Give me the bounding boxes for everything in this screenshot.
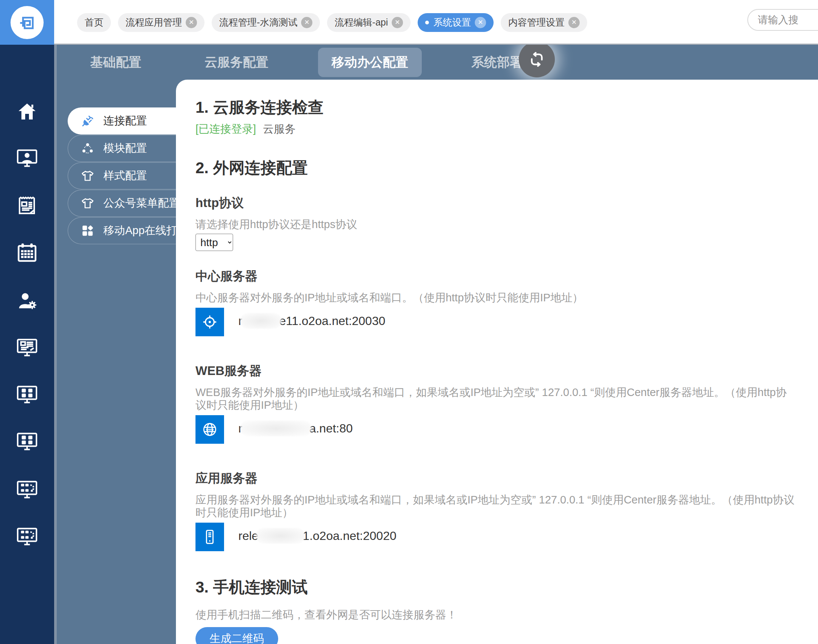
search-input[interactable] <box>747 9 818 31</box>
config-tabbar: 基础配置 云服务配置 移动办公配置 系统部署 <box>77 45 536 80</box>
monitor-person-icon[interactable] <box>16 147 38 169</box>
web-server-address: ra.net:80 <box>238 420 353 439</box>
protocol-select[interactable]: http <box>195 234 233 251</box>
mobile-server-icon <box>195 523 224 551</box>
monitor-flow-icon[interactable] <box>16 525 38 548</box>
monitor-grid-icon[interactable] <box>16 430 38 453</box>
close-icon[interactable]: ✕ <box>301 17 312 28</box>
submenu-label: 样式配置 <box>103 168 147 183</box>
app-server-address: rele1.o2oa.net:20020 <box>238 528 396 546</box>
submenu-item-style-config[interactable]: 样式配置 <box>68 162 176 189</box>
newspaper-icon[interactable] <box>16 195 38 217</box>
content-panel: 1. 云服务连接检查 [已连接登录] 云服务 2. 外网连接配置 http协议 … <box>176 80 818 644</box>
left-sidebar: 100% <box>0 45 54 644</box>
tab-system-settings[interactable]: 系统设置 ✕ <box>417 13 494 32</box>
section3-heading: 3. 手机连接测试 <box>195 578 795 596</box>
cloud-connection-status: [已连接登录] 云服务 <box>195 123 795 135</box>
status-badge: [已连接登录] <box>195 123 256 135</box>
tab-content-mgmt-settings[interactable]: 内容管理设置 ✕ <box>501 13 587 32</box>
monitor-grid-icon[interactable] <box>16 383 38 406</box>
close-icon[interactable]: ✕ <box>568 17 580 28</box>
section2-heading: 2. 外网连接配置 <box>195 159 795 177</box>
center-server-address: re11.o2oa.net:20030 <box>238 313 385 331</box>
center-server-description: 中心服务器对外服务的IP地址或域名和端口。（使用http协议时只能使用IP地址） <box>195 291 795 304</box>
home-icon[interactable] <box>16 101 38 123</box>
web-server-description: WEB服务器对外服务的IP地址或域名和端口，如果域名或IP地址为空或” 127.… <box>195 386 795 411</box>
close-icon[interactable]: ✕ <box>475 17 486 28</box>
tab-mobile-office-config[interactable]: 移动办公配置 <box>318 48 422 77</box>
tab-label: 流程编辑-api <box>335 16 388 29</box>
tab-label: 系统设置 <box>433 16 471 29</box>
settings-submenu: 连接配置 模块配置 样式配置 <box>68 107 176 244</box>
generate-qrcode-button[interactable]: 生成二维码 <box>195 627 278 644</box>
target-icon <box>195 308 224 336</box>
svg-text:www: www <box>206 428 214 431</box>
redaction-blur <box>240 313 282 329</box>
redaction-blur <box>256 528 305 544</box>
tab-label: 内容管理设置 <box>508 16 565 29</box>
tab-home[interactable]: 首页 <box>77 13 111 32</box>
tab-label: 首页 <box>84 16 103 29</box>
redaction-blur <box>240 420 312 436</box>
monitor-flow-icon[interactable] <box>16 478 38 501</box>
main-area: 基础配置 云服务配置 移动办公配置 系统部署 连接配置 <box>54 45 818 644</box>
app-server-heading: 应用服务器 <box>195 471 795 486</box>
calendar-icon[interactable] <box>16 241 38 264</box>
tab-label: 流程应用管理 <box>126 16 182 29</box>
tab-process-edit-api[interactable]: 流程编辑-api ✕ <box>327 13 410 32</box>
tab-label: 流程管理-水滴测试 <box>219 16 297 29</box>
submenu-label: 连接配置 <box>103 113 147 129</box>
app-server-description: 应用服务器对外服务的IP地址或域名和端口，如果域名或IP地址为空或” 127.0… <box>195 493 795 519</box>
person-gear-icon[interactable] <box>16 290 38 313</box>
o2oa-logo-icon <box>11 6 44 39</box>
submenu-item-official-account-menu-config[interactable]: 公众号菜单配置 <box>68 190 176 217</box>
status-label: 云服务 <box>263 123 295 135</box>
tshirt-icon <box>81 196 94 210</box>
submenu-label: 公众号菜单配置 <box>103 196 180 211</box>
center-server-row: re11.o2oa.net:20030 <box>195 308 795 336</box>
monitor-news-icon[interactable] <box>16 336 38 359</box>
modules-icon <box>81 142 94 155</box>
http-protocol-description: 请选择使用http协议还是https协议 <box>195 218 795 231</box>
topbar: 首页 流程应用管理 ✕ 流程管理-水滴测试 ✕ 流程编辑-api ✕ 系统设置 … <box>0 0 818 45</box>
section1-heading: 1. 云服务连接检查 <box>195 98 795 117</box>
tab-process-app-mgmt[interactable]: 流程应用管理 ✕ <box>118 13 204 32</box>
active-dot-icon <box>425 21 429 25</box>
tab-cloud-service-config[interactable]: 云服务配置 <box>191 48 282 77</box>
tab-process-mgmt-droplet-test[interactable]: 流程管理-水滴测试 ✕ <box>212 13 320 32</box>
tab-basic-config[interactable]: 基础配置 <box>77 48 155 77</box>
close-icon[interactable]: ✕ <box>392 17 403 28</box>
submenu-label: 模块配置 <box>103 141 147 156</box>
plug-icon <box>81 114 94 128</box>
refresh-icon <box>528 51 545 68</box>
topbar-tabs: 首页 流程应用管理 ✕ 流程管理-水滴测试 ✕ 流程编辑-api ✕ 系统设置 … <box>77 0 587 45</box>
tshirt-icon <box>81 169 94 182</box>
close-icon[interactable]: ✕ <box>186 17 197 28</box>
app-grid-icon <box>81 224 94 238</box>
refresh-button[interactable] <box>519 41 555 77</box>
sidebar-scrollbar[interactable] <box>54 45 57 644</box>
submenu-item-module-config[interactable]: 模块配置 <box>68 135 176 162</box>
section3-description: 使用手机扫描二维码，查看外网是否可以连接服务器！ <box>195 608 795 621</box>
web-server-row: www ra.net:80 <box>195 415 795 444</box>
submenu-item-connection-config[interactable]: 连接配置 <box>68 107 176 135</box>
app-server-row: rele1.o2oa.net:20020 <box>195 523 795 551</box>
submenu-item-mobile-app-packaging[interactable]: 移动App在线打包 <box>68 217 176 244</box>
globe-www-icon: www <box>195 415 224 444</box>
submenu-label: 移动App在线打包 <box>103 223 188 238</box>
web-server-heading: WEB服务器 <box>195 363 795 378</box>
center-server-heading: 中心服务器 <box>195 268 795 284</box>
http-protocol-heading: http协议 <box>195 195 795 210</box>
app-logo[interactable] <box>0 0 54 45</box>
